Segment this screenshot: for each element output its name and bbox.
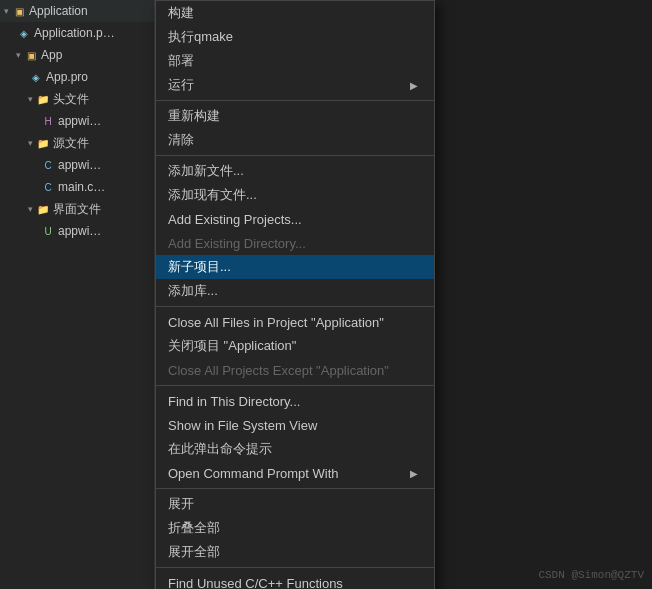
folder-icon: 📁 [35, 91, 51, 107]
tree-item-app-pro[interactable]: ◈ App.pro [0, 66, 154, 88]
tree-label: Application [29, 4, 88, 18]
menu-item-expand-all[interactable]: 展开全部 [156, 540, 434, 564]
tree-label: 界面文件 [53, 201, 101, 218]
tree-label: 头文件 [53, 91, 89, 108]
app-icon: ▣ [23, 47, 39, 63]
menu-item-run[interactable]: 运行 ▶ [156, 73, 434, 97]
tree-item-header-file[interactable]: H appwi… [0, 110, 154, 132]
tree-label: App.pro [46, 70, 88, 84]
menu-item-clean[interactable]: 清除 [156, 128, 434, 152]
menu-item-cmd-prompt[interactable]: 在此弹出命令提示 [156, 437, 434, 461]
menu-item-add-library[interactable]: 添加库... [156, 279, 434, 303]
menu-item-add-existing-dir: Add Existing Directory... [156, 231, 434, 255]
ui-icon: U [40, 223, 56, 239]
pro-icon: ◈ [28, 69, 44, 85]
chevron-icon: ▾ [28, 138, 33, 148]
separator [156, 306, 434, 307]
tree-label: Application.p… [34, 26, 115, 40]
menu-item-find-unused[interactable]: Find Unused C/C++ Functions [156, 571, 434, 589]
menu-item-show-filesystem[interactable]: Show in File System View [156, 413, 434, 437]
menu-item-rebuild[interactable]: 重新构建 [156, 104, 434, 128]
menu-item-expand[interactable]: 展开 [156, 492, 434, 516]
project-tree: ▾ ▣ Application ◈ Application.p… ▾ ▣ App… [0, 0, 155, 589]
tree-item-sources[interactable]: ▾ 📁 源文件 [0, 132, 154, 154]
tree-item-forms[interactable]: ▾ 📁 界面文件 [0, 198, 154, 220]
menu-item-build[interactable]: 构建 [156, 1, 434, 25]
folder-icon: 📁 [35, 135, 51, 151]
menu-item-add-new-file[interactable]: 添加新文件... [156, 159, 434, 183]
tree-item-headers[interactable]: ▾ 📁 头文件 [0, 88, 154, 110]
menu-item-close-except: Close All Projects Except "Application" [156, 358, 434, 382]
chevron-icon: ▾ [16, 50, 21, 60]
cpp-icon: C [40, 179, 56, 195]
menu-item-add-existing-projects[interactable]: Add Existing Projects... [156, 207, 434, 231]
folder-icon: 📁 [35, 201, 51, 217]
tree-label: App [41, 48, 62, 62]
tree-item-source-1[interactable]: C appwi… [0, 154, 154, 176]
menu-item-find-in-dir[interactable]: Find in This Directory... [156, 389, 434, 413]
chevron-icon: ▾ [28, 94, 33, 104]
tree-item-application-pro[interactable]: ◈ Application.p… [0, 22, 154, 44]
tree-item-ui-file[interactable]: U appwi… [0, 220, 154, 242]
menu-item-close-all-files[interactable]: Close All Files in Project "Application" [156, 310, 434, 334]
submenu-arrow-icon: ▶ [410, 468, 418, 479]
submenu-arrow-icon: ▶ [410, 80, 418, 91]
menu-item-close-project[interactable]: 关闭项目 "Application" [156, 334, 434, 358]
menu-item-new-subproject[interactable]: 新子项目... [156, 255, 434, 279]
tree-label: appwi… [58, 158, 101, 172]
tree-label: appwi… [58, 114, 101, 128]
menu-item-qmake[interactable]: 执行qmake [156, 25, 434, 49]
tree-item-main[interactable]: C main.c… [0, 176, 154, 198]
tree-item-app[interactable]: ▾ ▣ App [0, 44, 154, 66]
header-icon: H [40, 113, 56, 129]
tree-label: main.c… [58, 180, 105, 194]
menu-item-deploy[interactable]: 部署 [156, 49, 434, 73]
menu-item-add-existing-file[interactable]: 添加现有文件... [156, 183, 434, 207]
menu-item-open-cmd-with[interactable]: Open Command Prompt With ▶ [156, 461, 434, 485]
watermark: CSDN @Simon@QZTV [538, 569, 644, 581]
separator [156, 385, 434, 386]
chevron-icon: ▾ [4, 6, 9, 16]
separator [156, 100, 434, 101]
tree-item-application[interactable]: ▾ ▣ Application [0, 0, 154, 22]
separator [156, 155, 434, 156]
app-icon: ▣ [11, 3, 27, 19]
separator [156, 488, 434, 489]
chevron-icon: ▾ [28, 204, 33, 214]
separator [156, 567, 434, 568]
tree-label: 源文件 [53, 135, 89, 152]
pro-icon: ◈ [16, 25, 32, 41]
tree-label: appwi… [58, 224, 101, 238]
menu-item-collapse-all[interactable]: 折叠全部 [156, 516, 434, 540]
cpp-icon: C [40, 157, 56, 173]
context-menu: 构建 执行qmake 部署 运行 ▶ 重新构建 清除 添加新文件... 添加现有… [155, 0, 435, 589]
